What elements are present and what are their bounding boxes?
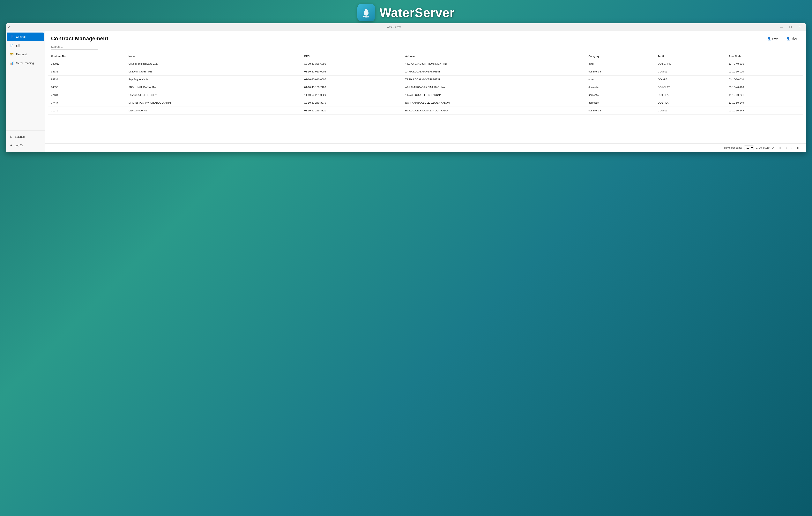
app-header: WaterServer <box>0 0 812 23</box>
cell-area_code: 01-10-50-249 <box>726 107 803 115</box>
table-row[interactable]: 94734Psp Fagge a Yola01-10-30-010-0007ZA… <box>48 76 803 83</box>
sidebar-item-contract-label: Contract <box>16 35 26 38</box>
new-button[interactable]: 👤 New <box>764 36 780 42</box>
cell-dpc: 12-70-40-336-6890 <box>301 60 402 68</box>
view-button-label: View <box>791 37 797 40</box>
view-button[interactable]: 👤 View <box>784 36 800 42</box>
cell-name: ABDULLAHI DAN AUTA <box>125 83 301 91</box>
home-icon[interactable]: ⌂ <box>8 25 10 29</box>
sidebar-item-contract[interactable]: 👤 Contract <box>7 32 44 41</box>
window-controls: — ❐ ✕ <box>777 24 804 30</box>
cell-tariff: DO1-FLAT <box>655 99 726 107</box>
close-button[interactable]: ✕ <box>795 24 804 30</box>
prev-page-button[interactable]: ‹ <box>785 146 788 150</box>
window-body: 👤 Contract 📄 Bill 💳 Payment 📊 Meter Read… <box>6 31 806 152</box>
table-row[interactable]: 94850ABDULLAHI DAN AUTA01-10-40-160-2400… <box>48 83 803 91</box>
cell-dpc: 11-10-50-221-0800 <box>301 91 402 99</box>
table-row[interactable]: 72134COAS GUEST HOUSE **11-10-50-221-080… <box>48 91 803 99</box>
minimize-button[interactable]: — <box>777 24 786 30</box>
sidebar-spacer <box>6 67 45 129</box>
cell-address: ROAD 1 UNG. DOSA LAYOUT KADU <box>402 107 585 115</box>
cell-name: DIDAM WORKS <box>125 107 301 115</box>
col-tariff: Tariff <box>655 53 726 60</box>
logout-icon: ➜ <box>10 143 12 147</box>
first-page-button[interactable]: ⏮ <box>777 146 782 150</box>
maximize-button[interactable]: ❐ <box>786 24 795 30</box>
cell-contract_no: 72134 <box>48 91 125 99</box>
sidebar-item-meter-reading-label: Meter Reading <box>16 62 34 65</box>
payment-icon: 💳 <box>10 52 13 56</box>
cell-area_code: 01-10-30-010 <box>726 76 803 83</box>
cell-contract_no: 94731 <box>48 68 125 76</box>
cell-contract_no: 230012 <box>48 60 125 68</box>
table-row[interactable]: 94731UNION KOFAR PRIS01-10-30-010-0006ZA… <box>48 68 803 76</box>
cell-dpc: 01-10-50-249-8810 <box>301 107 402 115</box>
table-row[interactable]: 230012Council of nigeri Zutu Zutu12-70-4… <box>48 60 803 68</box>
cell-address: 4 LUKA BAKO STR ROMI N\EXT KD <box>402 60 585 68</box>
cell-area_code: 01-10-40-160 <box>726 83 803 91</box>
main-window: ⌂ WaterServer — ❐ ✕ 👤 Contract 📄 Bill 💳 … <box>6 23 806 152</box>
cell-tariff: DO4-FLAT <box>655 91 726 99</box>
col-contract-no: Contract No. <box>48 53 125 60</box>
cell-category: commercial <box>585 68 655 76</box>
cell-tariff: DO1-FLAT <box>655 83 726 91</box>
new-button-icon: 👤 <box>767 37 771 40</box>
table-header: Contract No. Name DPC Address Category T… <box>48 53 803 60</box>
rows-per-page-select[interactable]: 5102550 <box>744 145 754 150</box>
page-title: Contract Management <box>51 35 108 42</box>
table-header-row: Contract No. Name DPC Address Category T… <box>48 53 803 60</box>
sidebar-item-bill-label: Bill <box>16 44 20 47</box>
cell-name: UNION KOFAR PRIS <box>125 68 301 76</box>
cell-category: commercial <box>585 107 655 115</box>
cell-address: AA1 JAJI ROAD U/ RIMI, KADUNA <box>402 83 585 91</box>
content-header: Contract Management 👤 New 👤 View <box>45 31 806 44</box>
last-page-button[interactable]: ⏭ <box>796 146 802 150</box>
table-row[interactable]: 71979DIDAM WORKS01-10-50-249-8810ROAD 1 … <box>48 107 803 115</box>
cell-address: ZARIA LOCAL GOVERNMENT <box>402 68 585 76</box>
cell-category: other <box>585 60 655 68</box>
cell-address: 1 RACE COURSE RD KADUNA <box>402 91 585 99</box>
settings-icon: ⚙ <box>10 135 12 139</box>
table-container: Contract No. Name DPC Address Category T… <box>45 53 806 143</box>
cell-tariff: GOV-LG <box>655 76 726 83</box>
next-page-button[interactable]: › <box>790 146 794 150</box>
sidebar-item-meter-reading[interactable]: 📊 Meter Reading <box>7 59 44 67</box>
cell-tariff: DO4-GRAD <box>655 60 726 68</box>
rows-per-page-label: Rows per page: <box>724 146 742 149</box>
sidebar-item-logout[interactable]: ➜ Log Out <box>7 141 44 149</box>
cell-tariff: COM-01 <box>655 107 726 115</box>
search-input[interactable] <box>51 44 98 50</box>
pagination-range: 1–10 of 119,784 <box>756 146 775 149</box>
cell-category: domestic <box>585 91 655 99</box>
cell-contract_no: 71979 <box>48 107 125 115</box>
title-bar: ⌂ WaterServer — ❐ ✕ <box>6 23 806 31</box>
sidebar: 👤 Contract 📄 Bill 💳 Payment 📊 Meter Read… <box>6 31 45 152</box>
table-row[interactable]: 77447M. KABIR CAR WASH ABDULKARIM12-10-5… <box>48 99 803 107</box>
cell-contract_no: 94734 <box>48 76 125 83</box>
new-button-label: New <box>772 37 778 40</box>
col-dpc: DPC <box>301 53 402 60</box>
sidebar-item-settings[interactable]: ⚙ Settings <box>7 133 44 141</box>
pagination: Rows per page: 5102550 1–10 of 119,784 ⏮… <box>45 143 806 152</box>
app-title: WaterServer <box>380 5 455 20</box>
table-body: 230012Council of nigeri Zutu Zutu12-70-4… <box>48 60 803 115</box>
window-title: WaterServer <box>387 26 401 28</box>
cell-category: other <box>585 76 655 83</box>
sidebar-item-settings-label: Settings <box>15 135 25 138</box>
cell-dpc: 01-10-30-010-0006 <box>301 68 402 76</box>
cell-name: Psp Fagge a Yola <box>125 76 301 83</box>
sidebar-item-payment[interactable]: 💳 Payment <box>7 50 44 58</box>
app-logo-icon <box>357 4 375 22</box>
cell-contract_no: 94850 <box>48 83 125 91</box>
cell-name: COAS GUEST HOUSE ** <box>125 91 301 99</box>
sidebar-item-bill[interactable]: 📄 Bill <box>7 41 44 50</box>
col-name: Name <box>125 53 301 60</box>
cell-area_code: 12-70-40-336 <box>726 60 803 68</box>
cell-area_code: 11-10-50-221 <box>726 91 803 99</box>
cell-address: ZARIA LOCAL GOVERNMENT <box>402 76 585 83</box>
cell-area_code: 12-10-50-249 <box>726 99 803 107</box>
cell-category: domestic <box>585 99 655 107</box>
col-address: Address <box>402 53 585 60</box>
contracts-table: Contract No. Name DPC Address Category T… <box>48 53 803 115</box>
search-area <box>45 44 806 53</box>
